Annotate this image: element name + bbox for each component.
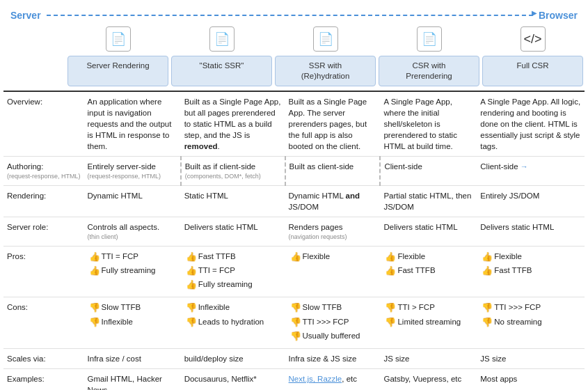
arrow-line (47, 15, 533, 16)
server-label: Server (10, 10, 41, 21)
cons-static-ssr: 👎 Inflexible 👎 Leads to hydration (181, 297, 285, 349)
cons-item: 👎 TTI > FCP (383, 302, 473, 314)
thin-client: (thin client) (88, 233, 177, 242)
rendering-full-csr: Entirely JS/DOM (477, 186, 585, 217)
scales-csr-prerendering: JS size (380, 349, 477, 369)
scales-full-csr: JS size (477, 349, 585, 369)
thumbs-down-icon: 👎 (89, 316, 100, 329)
cons-text: TTI >>> FCP (303, 316, 349, 327)
cons-label: Cons: (3, 297, 84, 349)
authoring-csr-prerendering: Client-side (380, 157, 477, 186)
comparison-table: Overview: An application where input is … (3, 91, 585, 390)
examples-full-csr: Most apps (477, 369, 585, 390)
col-header-full-csr: Full CSR (482, 56, 583, 86)
authoring-label: Authoring:(request-response, HTML) (3, 157, 84, 186)
header-banner: Server Browser (3, 7, 585, 24)
client-side-arrow: → (521, 162, 528, 171)
cons-text: Leads to hydration (198, 316, 264, 327)
thumbs-up-icon: 👍 (385, 265, 396, 277)
pros-item: 👍 Flexible (383, 251, 473, 263)
col-icon-full-csr: </> (481, 26, 585, 52)
overview-row: Overview: An application where input is … (3, 91, 585, 157)
pros-text: TTI = FCP (102, 251, 138, 262)
server-role-csr-prerendering: Delivers static HTML (380, 217, 477, 247)
server-rendering-icon: 📄 (106, 26, 131, 52)
server-role-ssr-rehydration: Renders pages(navigation requests) (285, 217, 381, 247)
examples-server-rendering: Gmail HTML, Hacker News (84, 369, 181, 390)
authoring-static-ssr: Built as if client-side(components, DOM*… (181, 157, 285, 186)
pros-text: Flexible (494, 251, 522, 262)
rendering-ssr-rehydration: Dynamic HTML and JS/DOM (285, 186, 381, 217)
authoring-server-rendering: Entirely server-side(request-response, H… (84, 157, 181, 186)
pros-item: 👍 Flexible (289, 251, 377, 263)
thumbs-down-icon: 👎 (186, 316, 197, 329)
thumbs-up-icon: 👍 (186, 251, 197, 263)
thumbs-down-icon: 👎 (385, 316, 396, 329)
pros-row: Pros: 👍 TTI = FCP 👍 Fully streaming 👍 Fa… (3, 246, 585, 297)
examples-csr-prerendering: Gatsby, Vuepress, etc (380, 369, 477, 390)
pros-server-rendering: 👍 TTI = FCP 👍 Fully streaming (84, 246, 181, 297)
cons-item: 👎 Inflexible (88, 316, 177, 329)
cons-item: 👎 Usually buffered (289, 330, 377, 343)
column-headers-row: Server Rendering "Static SSR" SSR with(R… (3, 56, 585, 86)
pros-text: Fully streaming (198, 279, 253, 290)
examples-ssr-rehydration: Next.js, Razzle, etc (285, 369, 381, 390)
csr-prerendering-icon: 📄 (417, 26, 442, 52)
col-icon-static-ssr: 📄 (170, 26, 273, 52)
thumbs-down-icon: 👎 (290, 316, 301, 329)
scales-static-ssr: build/deploy size (181, 349, 285, 369)
thumbs-up-icon: 👍 (186, 279, 197, 291)
rendering-label: Rendering: (3, 186, 84, 217)
server-role-row: Server role: Controls all aspects.(thin … (3, 217, 585, 247)
scales-label: Scales via: (3, 349, 84, 369)
cons-server-rendering: 👎 Slow TTFB 👎 Inflexible (84, 297, 181, 349)
overview-server-rendering: An application where input is navigation… (84, 91, 181, 157)
cons-item: 👎 TTI >>> FCP (480, 302, 581, 314)
cons-item: 👎 No streaming (480, 316, 581, 329)
pros-item: 👍 Fast TTFB (184, 251, 282, 263)
thumbs-up-icon: 👍 (482, 265, 493, 277)
and-jsdom: and (346, 192, 360, 200)
thumbs-up-icon: 👍 (290, 251, 301, 263)
pros-text: TTI = FCP (198, 265, 235, 276)
cons-row: Cons: 👎 Slow TTFB 👎 Inflexible 👎 Inflexi… (3, 297, 585, 349)
server-role-full-csr: Delivers static HTML (477, 217, 585, 247)
authoring-server-sub: (request-response, HTML) (88, 172, 177, 181)
pros-item: 👍 TTI = FCP (88, 251, 177, 263)
examples-row: Examples: Gmail HTML, Hacker News Docusa… (3, 369, 585, 390)
nextjs-link[interactable]: Next.js, Razzle (289, 375, 342, 383)
col-header-server-rendering: Server Rendering (67, 56, 168, 86)
thumbs-down-icon: 👎 (482, 302, 493, 314)
cons-item: 👎 Inflexible (184, 302, 282, 314)
authoring-row: Authoring:(request-response, HTML) Entir… (3, 157, 585, 186)
thumbs-up-icon: 👍 (186, 265, 197, 277)
thumbs-up-icon: 👍 (89, 265, 100, 277)
cons-item: 👎 TTI >>> FCP (289, 316, 377, 329)
cons-item: 👎 Leads to hydration (184, 316, 282, 329)
examples-label: Examples: (3, 369, 84, 390)
cons-text: Inflexible (198, 302, 230, 313)
cons-text: Slow TTFB (303, 302, 342, 313)
pros-item: 👍 Fully streaming (88, 265, 177, 277)
col-icon-server-rendering: 📄 (66, 26, 170, 52)
thumbs-down-icon: 👎 (290, 302, 301, 314)
pros-text: Fast TTFB (494, 265, 532, 276)
pros-csr-prerendering: 👍 Flexible 👍 Fast TTFB (380, 246, 477, 297)
cons-full-csr: 👎 TTI >>> FCP 👎 No streaming (477, 297, 585, 349)
thumbs-down-icon: 👎 (482, 316, 493, 329)
pros-full-csr: 👍 Flexible 👍 Fast TTFB (477, 246, 585, 297)
examples-static-ssr: Docusaurus, Netflix* (181, 369, 285, 390)
scales-ssr-rehydration: Infra size & JS size (285, 349, 381, 369)
cons-text: Slow TTFB (102, 302, 141, 313)
removed-text: removed (184, 142, 218, 150)
main-container: Server Browser 📄 📄 📄 📄 </> Server Render… (0, 0, 588, 390)
authoring-static-sub: (components, DOM*, fetch) (185, 172, 281, 181)
col-header-csr-prerendering: CSR withPrerendering (379, 56, 479, 86)
cons-text: TTI >>> FCP (494, 302, 541, 313)
thumbs-up-icon: 👍 (385, 251, 396, 263)
pros-item: 👍 Fast TTFB (383, 265, 473, 277)
col-header-static-ssr: "Static SSR" (171, 56, 272, 86)
server-role-server-rendering: Controls all aspects.(thin client) (84, 217, 181, 247)
pros-item: 👍 Flexible (480, 251, 581, 263)
thumbs-down-icon: 👎 (89, 302, 100, 314)
